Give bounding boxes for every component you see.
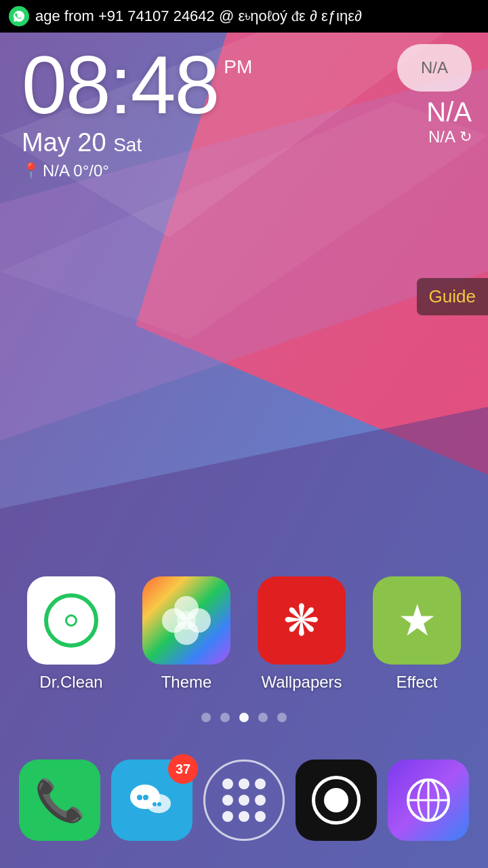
page-dot-2[interactable] — [239, 713, 249, 722]
wechat-bubble-svg — [128, 780, 176, 821]
cloud-na-label: N/A — [421, 58, 448, 77]
dock-drawer-icon[interactable] — [203, 760, 285, 841]
clock-digits: 08:48 — [22, 44, 218, 125]
page-dot-3[interactable] — [258, 713, 268, 722]
weather-cloud-icon: N/A — [397, 44, 472, 92]
app-label-theme: Theme — [161, 673, 212, 692]
dock-wechat-icon[interactable]: 37 — [111, 760, 192, 841]
page-dot-0[interactable] — [201, 713, 211, 722]
app-item-theme[interactable]: Theme — [142, 576, 230, 692]
drclean-inner-dot — [65, 614, 77, 627]
bottom-dock: 📞 37 — [0, 732, 488, 868]
weather-row: 📍 N/A 0°/0° — [22, 161, 252, 180]
app-item-drclean[interactable]: Dr.Clean — [27, 576, 115, 692]
svg-point-12 — [157, 802, 161, 806]
effect-star-icon: ★ — [398, 595, 436, 646]
drclean-circle — [44, 593, 98, 648]
status-bar: age from +91 74107 24642 @ ε৳ηοℓοý ᵭε ∂ … — [0, 0, 488, 33]
app-label-drclean: Dr.Clean — [39, 673, 102, 692]
app-icon-wallpapers: ❋ — [258, 576, 346, 665]
camera-lens-inner — [324, 788, 348, 812]
clock-date: May 20 Sat — [22, 128, 252, 157]
page-dot-4[interactable] — [277, 713, 287, 722]
camera-lens-outer — [312, 776, 361, 825]
wallpapers-snowflake-icon: ❋ — [283, 595, 320, 646]
clock-time-row: 08:48 PM — [22, 44, 252, 125]
app-icon-effect: ★ — [373, 576, 461, 665]
weather-temp-big: N/A — [397, 97, 472, 127]
weather-widget: N/A N/A N/A ↻ — [397, 44, 472, 146]
drawer-grid — [209, 765, 279, 835]
svg-point-6 — [177, 611, 196, 630]
app-icon-theme — [142, 576, 230, 665]
refresh-icon: ↻ — [460, 128, 472, 146]
dock-browser-icon[interactable] — [388, 760, 469, 841]
app-item-wallpapers[interactable]: ❋ Wallpapers — [258, 576, 346, 692]
dock-camera-icon[interactable] — [296, 760, 377, 841]
location-pin-icon: 📍 — [22, 162, 40, 180]
app-label-effect: Effect — [396, 673, 438, 692]
phone-icon: 📞 — [35, 776, 85, 825]
page-indicators — [0, 713, 488, 722]
clock-ampm: PM — [224, 56, 252, 78]
app-row: Dr.Clean Theme ❋ Wallpapers ★ Effect — [0, 576, 488, 692]
svg-point-8 — [137, 795, 142, 800]
clock-area: 08:48 PM May 20 Sat 📍 N/A 0°/0° — [22, 44, 252, 180]
svg-point-11 — [152, 802, 157, 806]
svg-point-9 — [143, 795, 148, 800]
status-bar-message: age from +91 74107 24642 @ ε৳ηοℓοý ᵭε ∂ … — [35, 7, 362, 25]
browser-globe-svg — [405, 776, 452, 824]
app-item-effect[interactable]: ★ Effect — [373, 576, 461, 692]
wechat-badge: 37 — [168, 754, 198, 784]
app-icon-drclean — [27, 576, 115, 665]
app-label-wallpapers: Wallpapers — [261, 673, 342, 692]
dock-phone-icon[interactable]: 📞 — [19, 760, 100, 841]
page-dot-1[interactable] — [220, 713, 230, 722]
guide-button[interactable]: Guide — [417, 278, 488, 315]
weather-temperature: N/A 0°/0° — [43, 161, 109, 180]
weather-temp-small: N/A ↻ — [397, 127, 472, 146]
whatsapp-icon — [8, 5, 30, 27]
theme-flower-svg — [159, 593, 214, 648]
